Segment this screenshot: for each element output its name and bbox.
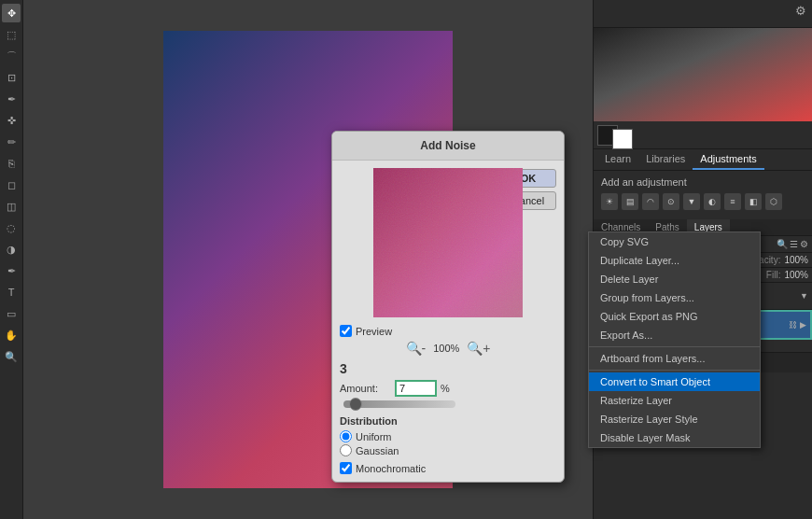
context-menu-rasterize-layer[interactable]: Rasterize Layer xyxy=(589,391,760,410)
gradient-tool[interactable]: ◫ xyxy=(2,197,21,216)
fill-label: Fill: xyxy=(766,270,781,280)
eraser-tool[interactable]: ◻ xyxy=(2,175,21,194)
tab-learn[interactable]: Learn xyxy=(597,149,638,170)
zoom-out-icon[interactable]: 🔍- xyxy=(406,341,427,356)
context-menu-duplicate-layer[interactable]: Duplicate Layer... xyxy=(589,251,760,270)
amount-label: Amount: xyxy=(340,383,391,394)
zoom-row: 🔍- 100% 🔍+ xyxy=(340,341,556,356)
layer-options-icon[interactable]: ⚙ xyxy=(800,239,808,249)
background-color[interactable] xyxy=(612,129,633,149)
preview-row: Preview xyxy=(340,325,556,337)
uniform-label: Uniform xyxy=(356,431,392,442)
move-tool[interactable]: ✥ xyxy=(2,4,21,22)
distribution-label: Distribution xyxy=(340,415,556,427)
adjustments-tabs: Learn Libraries Adjustments xyxy=(594,149,812,171)
context-menu-separator-2 xyxy=(589,370,760,371)
left-toolbar: ✥ ⬚ ⌒ ⊡ ✒ ✜ ✏ ⎘ ◻ ◫ ◌ ◑ ✒ T ▭ ✋ 🔍 xyxy=(0,0,23,519)
context-menu: Copy SVG Duplicate Layer... Delete Layer… xyxy=(588,231,761,448)
context-menu-delete-layer[interactable]: Delete Layer xyxy=(589,270,760,288)
gear-icon[interactable]: ⚙ xyxy=(795,4,806,23)
bw-icon[interactable]: ◧ xyxy=(745,193,762,210)
color-picker xyxy=(594,28,812,121)
blur-tool[interactable]: ◌ xyxy=(2,218,21,237)
tab-libraries[interactable]: Libraries xyxy=(638,149,693,170)
monochromatic-checkbox[interactable] xyxy=(340,462,352,474)
uniform-radio[interactable] xyxy=(340,430,352,442)
clone-tool[interactable]: ⎘ xyxy=(2,154,21,173)
amount-input[interactable] xyxy=(395,380,437,397)
tab-adjustments[interactable]: Adjustments xyxy=(693,149,764,170)
zoom-number: 3 xyxy=(340,361,347,376)
layer-chain-2[interactable]: ⛓ xyxy=(789,320,797,330)
hue-icon[interactable]: ◐ xyxy=(704,193,721,210)
gaussian-row: Gaussian xyxy=(340,444,556,456)
adjustments-panel: Add an adjustment ☀ ▤ ◠ ⊙ ▼ ◐ ≡ ◧ ⬡ xyxy=(594,171,812,219)
zoom-in-icon[interactable]: 🔍+ xyxy=(467,341,490,356)
layer-collapse-1[interactable]: ▼ xyxy=(800,291,808,301)
context-menu-export-as[interactable]: Export As... xyxy=(589,326,760,344)
hand-tool[interactable]: ✋ xyxy=(2,326,21,344)
add-adjustment-label: Add an adjustment xyxy=(601,176,805,188)
context-menu-copy-svg[interactable]: Copy SVG xyxy=(589,232,760,251)
crop-tool[interactable]: ⊡ xyxy=(2,68,21,87)
text-tool[interactable]: T xyxy=(2,283,21,302)
slider-row xyxy=(340,400,556,408)
select-tool[interactable]: ⬚ xyxy=(2,25,21,44)
layer-expand-2[interactable]: ▶ xyxy=(800,320,806,330)
context-menu-quick-export[interactable]: Quick Export as PNG xyxy=(589,307,760,326)
layer-sort-icon[interactable]: ☰ xyxy=(790,239,798,249)
zoom-level: 100% xyxy=(433,343,459,354)
zoom-indicator: 3 xyxy=(340,361,556,376)
monochromatic-label: Monochromatic xyxy=(356,463,426,474)
dialog-preview xyxy=(373,168,523,317)
gaussian-label: Gaussian xyxy=(356,445,399,456)
dodge-tool[interactable]: ◑ xyxy=(2,240,21,259)
monochromatic-row: Monochromatic xyxy=(340,462,556,474)
context-menu-convert-smart[interactable]: Convert to Smart Object xyxy=(589,372,760,391)
context-menu-separator xyxy=(589,346,760,347)
percent-label: % xyxy=(441,383,450,394)
photo-icon[interactable]: ⬡ xyxy=(765,193,782,210)
fill-value[interactable]: 100% xyxy=(784,270,808,280)
lasso-tool[interactable]: ⌒ xyxy=(2,47,21,65)
dialog-title: Add Noise xyxy=(332,132,564,161)
exposure-icon[interactable]: ⊙ xyxy=(663,193,679,210)
vibrance-icon[interactable]: ▼ xyxy=(683,193,700,210)
amount-slider[interactable] xyxy=(343,400,455,408)
brightness-icon[interactable]: ☀ xyxy=(601,193,618,210)
preview-checkbox[interactable] xyxy=(340,325,352,337)
context-menu-rasterize-style[interactable]: Rasterize Layer Style xyxy=(589,410,760,428)
add-noise-dialog: Add Noise OK Cancel Preview 🔍- 100% 🔍+ 3… xyxy=(331,131,565,483)
opacity-value[interactable]: 100% xyxy=(784,255,808,265)
eyedropper-tool[interactable]: ✒ xyxy=(2,90,21,108)
gaussian-radio[interactable] xyxy=(340,444,352,456)
zoom-tool[interactable]: 🔍 xyxy=(2,347,21,366)
distribution-section: Distribution Uniform Gaussian xyxy=(340,415,556,456)
pen-tool[interactable]: ✒ xyxy=(2,261,21,280)
colorbalance-icon[interactable]: ≡ xyxy=(724,193,741,210)
uniform-row: Uniform xyxy=(340,430,556,442)
adjustment-icons: ☀ ▤ ◠ ⊙ ▼ ◐ ≡ ◧ ⬡ xyxy=(601,193,805,210)
heal-tool[interactable]: ✜ xyxy=(2,111,21,130)
amount-row: Amount: % xyxy=(340,380,556,397)
preview-label: Preview xyxy=(356,326,392,337)
shape-tool[interactable]: ▭ xyxy=(2,304,21,323)
brush-tool[interactable]: ✏ xyxy=(2,133,21,151)
context-menu-artboard[interactable]: Artboard from Layers... xyxy=(589,349,760,368)
context-menu-group-from-layers[interactable]: Group from Layers... xyxy=(589,288,760,307)
slider-thumb xyxy=(349,398,362,411)
layer-filter-icon[interactable]: 🔍 xyxy=(777,239,788,249)
context-menu-disable-mask[interactable]: Disable Layer Mask xyxy=(589,428,760,447)
curves-icon[interactable]: ◠ xyxy=(642,193,659,210)
levels-icon[interactable]: ▤ xyxy=(622,193,638,210)
